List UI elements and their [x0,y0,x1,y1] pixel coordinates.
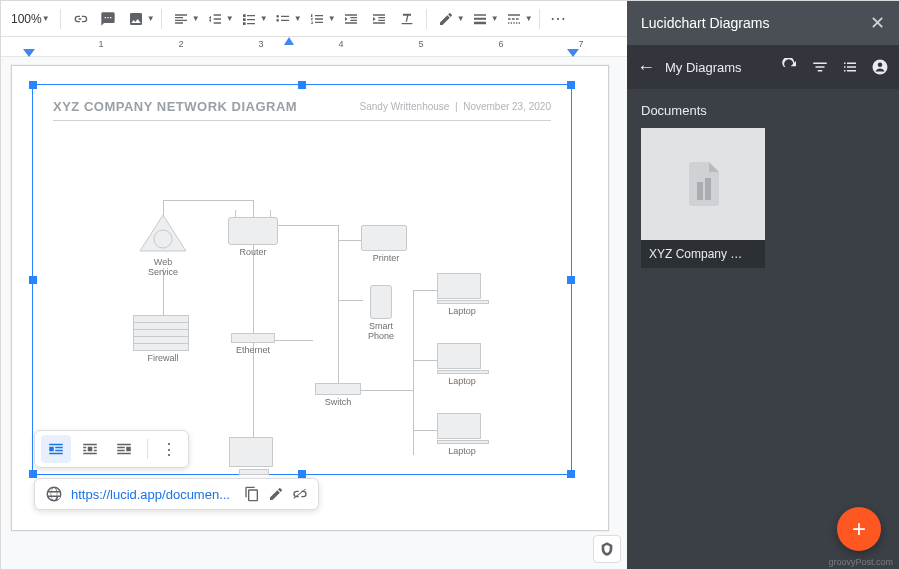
list-view-icon[interactable] [841,58,859,76]
clear-format-icon[interactable] [394,6,420,32]
selected-object[interactable]: XYZ COMPANY NETWORK DIAGRAM Sandy Writte… [32,84,572,475]
connector [338,225,339,390]
connector [163,200,253,201]
wrap-inline-button[interactable] [41,435,71,463]
caret-down-icon: ▼ [226,14,234,23]
indent-decrease-icon[interactable] [338,6,364,32]
pen-color-icon[interactable] [433,6,459,32]
node-laptop: Laptop [437,273,487,316]
document-canvas[interactable]: XYZ COMPANY NETWORK DIAGRAM Sandy Writte… [1,57,627,569]
sidepanel-body: Documents XYZ Company … [627,89,899,569]
node-label: Laptop [437,376,487,386]
network-diagram: Web Service Router Printer [33,125,571,474]
resize-handle[interactable] [298,81,306,89]
document-editor: 100% ▼ ▼ ▼ ▼ ▼ [1,1,627,569]
wrap-break-button[interactable] [109,435,139,463]
close-icon[interactable]: ✕ [870,12,885,34]
resize-handle[interactable] [29,81,37,89]
line-spacing-icon[interactable] [202,6,228,32]
caret-down-icon: ▼ [192,14,200,23]
caret-down-icon: ▼ [328,14,336,23]
unlink-icon[interactable] [292,486,308,502]
ruler-mark: 4 [338,39,343,49]
node-laptop: Laptop [437,343,487,386]
refresh-icon[interactable] [781,58,799,76]
caret-down-icon: ▼ [260,14,268,23]
node-web-service: Web Service [138,213,188,277]
ruler-mark: 5 [418,39,423,49]
node-label: Ethernet [231,345,275,355]
link-icon[interactable] [67,6,93,32]
diagram-header: XYZ COMPANY NETWORK DIAGRAM Sandy Writte… [53,99,551,121]
diagram-meta: Sandy Writtenhouse | November 23, 2020 [360,101,551,112]
image-wrap-toolbar: ⋮ [34,430,189,468]
caret-down-icon: ▼ [147,14,155,23]
link-url[interactable]: https://lucid.app/documen... [71,487,230,502]
svg-rect-5 [705,178,711,200]
page: XYZ COMPANY NETWORK DIAGRAM Sandy Writte… [11,65,609,531]
left-indent-marker[interactable] [23,49,35,57]
right-indent-marker[interactable] [567,49,579,57]
node-label: Web Service [138,257,188,277]
wrap-text-button[interactable] [75,435,105,463]
caret-down-icon: ▼ [525,14,533,23]
more-icon[interactable]: ⋯ [546,6,572,32]
zoom-value: 100% [11,12,42,26]
caret-down-icon: ▼ [42,14,50,23]
link-toolbar: https://lucid.app/documen... [34,478,319,510]
sort-icon[interactable] [811,58,829,76]
image-icon[interactable] [123,6,149,32]
caret-down-icon: ▼ [491,14,499,23]
explore-button[interactable] [593,535,621,563]
caret-down-icon: ▼ [294,14,302,23]
checklist-icon[interactable] [236,6,262,32]
more-options-button[interactable]: ⋮ [156,435,182,463]
node-smartphone: Smart Phone [361,285,401,341]
thumbnail-preview [641,128,765,240]
thumbnail-label: XYZ Company … [641,240,765,268]
node-label: Switch [315,397,361,407]
node-router: Router [228,217,278,257]
horizontal-ruler[interactable]: 1 2 3 4 5 6 7 [1,37,627,57]
account-icon[interactable] [871,58,889,76]
ruler-mark: 1 [98,39,103,49]
border-weight-icon[interactable] [467,6,493,32]
lucidchart-sidepanel: Lucidchart Diagrams ✕ ← My Diagrams Docu… [627,1,899,569]
watermark: groovyPost.com [828,557,893,567]
globe-icon [45,485,63,503]
sidepanel-title: Lucidchart Diagrams [641,15,769,31]
separator [60,9,61,29]
zoom-dropdown[interactable]: 100% ▼ [7,10,54,28]
diagram-title: XYZ COMPANY NETWORK DIAGRAM [53,99,297,114]
toolbar: 100% ▼ ▼ ▼ ▼ ▼ [1,1,627,37]
separator [539,9,540,29]
node-label: Firewall [133,353,193,363]
new-diagram-fab[interactable]: + [837,507,881,551]
node-label: Laptop [437,446,487,456]
diagram-thumbnail[interactable]: XYZ Company … [641,128,765,268]
node-ethernet: Ethernet [231,333,275,355]
comment-icon[interactable] [95,6,121,32]
connector [413,360,438,361]
breadcrumb: My Diagrams [665,60,742,75]
node-label: Smart Phone [361,321,401,341]
back-icon[interactable]: ← [637,57,655,78]
connector [413,430,438,431]
svg-rect-4 [697,182,703,200]
bulleted-list-icon[interactable] [270,6,296,32]
sidepanel-header: Lucidchart Diagrams ✕ [627,1,899,45]
sidepanel-subheader: ← My Diagrams [627,45,899,89]
connector [338,240,363,241]
border-style-icon[interactable] [501,6,527,32]
tab-marker[interactable] [281,37,291,47]
indent-increase-icon[interactable] [366,6,392,32]
align-icon[interactable] [168,6,194,32]
edit-link-icon[interactable] [268,486,284,502]
ruler-mark: 6 [498,39,503,49]
copy-link-icon[interactable] [244,486,260,502]
separator [147,439,148,459]
caret-down-icon: ▼ [457,14,465,23]
resize-handle[interactable] [567,81,575,89]
numbered-list-icon[interactable] [304,6,330,32]
node-label: Printer [361,253,411,263]
